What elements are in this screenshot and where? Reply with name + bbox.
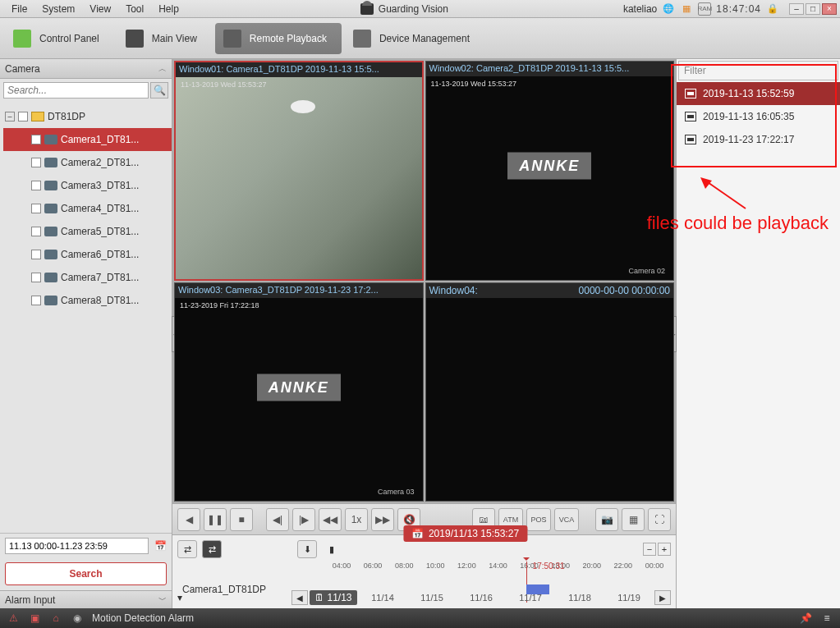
- date-item[interactable]: 11/14: [359, 593, 406, 603]
- frame-back-button[interactable]: ◀|: [266, 508, 289, 531]
- video-window-4[interactable]: Window04: 0000-00-00 00:00:00: [425, 282, 675, 502]
- file-row[interactable]: 2019-11-13 15:52:59: [677, 82, 840, 105]
- filter-input[interactable]: Filter: [678, 61, 838, 80]
- camera-icon: [44, 273, 57, 282]
- camera-node[interactable]: Camera5_DT81...: [3, 220, 172, 243]
- search-button[interactable]: Search: [5, 562, 167, 585]
- search-button-icon[interactable]: 🔍: [150, 82, 168, 99]
- fastfwd-button[interactable]: ▶▶: [371, 508, 394, 531]
- speed-indicator[interactable]: 1x: [345, 508, 368, 531]
- tab-control-panel[interactable]: Control Panel: [5, 23, 114, 54]
- camera-checkbox[interactable]: [31, 204, 41, 213]
- camera-node[interactable]: Camera8_DT81...: [3, 289, 172, 312]
- date-item[interactable]: 11/19: [605, 593, 653, 603]
- video-window-2[interactable]: Window02: Camera2_DT81DP 2019-11-13 15:5…: [425, 61, 675, 281]
- rec-icon[interactable]: ◉: [71, 612, 84, 625]
- tick-label: 04:00: [333, 562, 351, 570]
- camera-node[interactable]: Camera7_DT81...: [3, 266, 172, 289]
- collapse-icon[interactable]: –: [5, 112, 15, 121]
- title-right: kateliao 🌐 ▦ RAM 18:47:04 🔒 – □ ×: [623, 2, 840, 16]
- timeline-badge-text: 2019/11/13 15:53:27: [429, 528, 519, 539]
- date-item[interactable]: 11/15: [408, 593, 456, 603]
- pause-button[interactable]: ❚❚: [204, 508, 227, 531]
- tab-remote-playback[interactable]: Remote Playback: [215, 23, 342, 54]
- video-window-3[interactable]: Window03: Camera3_DT81DP 2019-11-23 17:2…: [174, 282, 424, 502]
- close-button[interactable]: ×: [822, 3, 837, 15]
- date-item[interactable]: 11/18: [556, 593, 604, 603]
- date-item[interactable]: 11/17: [507, 593, 554, 603]
- cal-icon: 🗓: [314, 592, 324, 603]
- search-input[interactable]: [3, 82, 149, 99]
- tab-main-view[interactable]: Main View: [117, 23, 212, 54]
- alarm-input-header[interactable]: Alarm Input ﹀: [0, 590, 172, 608]
- lock-icon[interactable]: 🔒: [766, 2, 779, 16]
- bookmark-button[interactable]: ▮: [322, 540, 342, 558]
- camera-checkbox[interactable]: [31, 181, 41, 190]
- ram-icon[interactable]: RAM: [698, 2, 711, 16]
- video-window-1[interactable]: Window01: Camera1_DT81DP 2019-11-13 15:5…: [174, 61, 424, 281]
- camera-checkbox[interactable]: [31, 250, 41, 259]
- camera-node[interactable]: Camera1_DT81...: [3, 128, 172, 151]
- camera-node[interactable]: Camera3_DT81...: [3, 174, 172, 197]
- date-current[interactable]: 🗓 11/13: [310, 590, 357, 605]
- camera-checkbox[interactable]: [31, 227, 41, 236]
- date-prev-button[interactable]: ◀: [291, 590, 308, 605]
- date-range-input[interactable]: [5, 538, 149, 554]
- file-timestamp: 2019-11-13 16:05:35: [703, 111, 794, 122]
- camera-checkbox[interactable]: [31, 296, 41, 305]
- date-next-button[interactable]: ▶: [654, 590, 671, 605]
- pos-button[interactable]: POS: [526, 508, 551, 531]
- timeline: 📅 2019/11/13 15:53:27 ⇄ ⇄ ⬇ ▮ − + 04:000…: [172, 534, 676, 608]
- camera-icon: [44, 250, 57, 259]
- zoom-in-button[interactable]: +: [658, 543, 671, 556]
- alert-icon[interactable]: ⚠: [7, 612, 20, 625]
- camera-node[interactable]: Camera2_DT81...: [3, 151, 172, 174]
- camera-node[interactable]: Camera6_DT81...: [3, 243, 172, 266]
- clock: 18:47:04: [716, 3, 761, 15]
- layout-button[interactable]: ▦: [622, 508, 645, 531]
- frame-fwd-button[interactable]: |▶: [292, 508, 315, 531]
- menu-system[interactable]: System: [35, 1, 81, 17]
- globe-icon[interactable]: 🌐: [662, 2, 675, 16]
- snapshot-button[interactable]: 📷: [595, 508, 618, 531]
- async-button[interactable]: ⇄: [202, 540, 222, 558]
- camera-checkbox[interactable]: [31, 158, 41, 167]
- calendar-icon[interactable]: 📅: [154, 539, 167, 552]
- zoom-controls: − +: [643, 543, 671, 556]
- pin-icon[interactable]: 📌: [799, 612, 812, 625]
- maximize-button[interactable]: □: [806, 3, 820, 15]
- rewind-button[interactable]: ◀◀: [319, 508, 342, 531]
- menu-view[interactable]: View: [83, 1, 117, 17]
- date-item[interactable]: 11/16: [457, 593, 505, 603]
- menu-tool[interactable]: Tool: [119, 1, 150, 17]
- camera-panel-header[interactable]: Camera ︿: [0, 59, 172, 79]
- prev-button[interactable]: ◀: [177, 508, 200, 531]
- tick-label: 08:00: [395, 562, 414, 570]
- net-icon[interactable]: ▦: [680, 2, 693, 16]
- menu-file[interactable]: File: [5, 1, 34, 17]
- menu-help[interactable]: Help: [152, 1, 186, 17]
- door-icon[interactable]: ⌂: [49, 612, 62, 625]
- stop-button[interactable]: ■: [230, 508, 253, 531]
- sync-button[interactable]: ⇄: [177, 540, 197, 558]
- camera-checkbox[interactable]: [31, 135, 41, 144]
- file-row[interactable]: 2019-11-13 16:05:35: [677, 105, 840, 128]
- zoom-out-button[interactable]: −: [643, 543, 656, 556]
- cam-status-icon[interactable]: ▣: [28, 612, 41, 625]
- device-node[interactable]: – DT81DP: [3, 105, 172, 128]
- file-row[interactable]: 2019-11-23 17:22:17: [677, 128, 840, 151]
- tab-device-management[interactable]: Device Management: [345, 23, 484, 54]
- timeline-ruler[interactable]: 04:0006:0008:0010:0012:0014:0016:0018:00…: [342, 562, 671, 580]
- expand-icon[interactable]: ≡: [820, 612, 833, 625]
- video-grid: Window01: Camera1_DT81DP 2019-11-13 15:5…: [172, 59, 676, 503]
- camera-checkbox[interactable]: [31, 273, 41, 282]
- camera-node[interactable]: Camera4_DT81...: [3, 197, 172, 220]
- download-button[interactable]: ⬇: [297, 540, 317, 558]
- minimize-button[interactable]: –: [789, 3, 804, 15]
- vca-button[interactable]: VCA: [554, 508, 579, 531]
- tick-label: 20:00: [582, 562, 601, 570]
- fullscreen-button[interactable]: ⛶: [648, 508, 671, 531]
- calendar-icon: 📅: [411, 528, 424, 539]
- device-checkbox[interactable]: [18, 112, 28, 121]
- filter-icon[interactable]: ▾: [177, 592, 192, 603]
